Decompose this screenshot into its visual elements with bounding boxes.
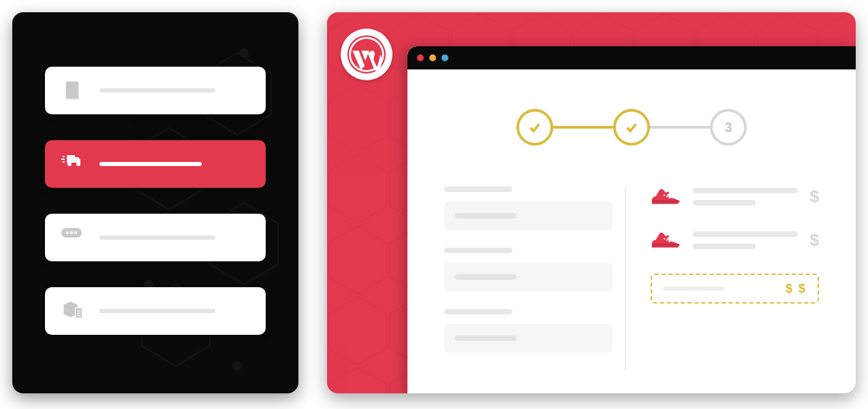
placeholder-line xyxy=(99,309,215,313)
svg-point-22 xyxy=(664,238,665,240)
sidebar-menu xyxy=(12,12,298,335)
field-label xyxy=(444,248,512,253)
total-price: $ $ xyxy=(786,282,807,296)
svg-point-24 xyxy=(668,240,670,242)
fast-delivery-icon xyxy=(61,153,83,175)
svg-point-21 xyxy=(668,197,670,198)
progress-stepper: 3 xyxy=(444,109,819,146)
cart-total: $ $ xyxy=(651,274,819,304)
check-icon xyxy=(624,120,639,135)
form-input-2[interactable] xyxy=(444,263,613,291)
window-titlebar xyxy=(407,46,856,69)
svg-point-10 xyxy=(74,231,77,234)
cart-item: $ xyxy=(651,230,819,250)
item-price: $ xyxy=(810,187,819,206)
sidebar-item-receipt[interactable] xyxy=(45,67,266,114)
step-2[interactable] xyxy=(613,109,650,146)
receipt-icon xyxy=(61,80,83,101)
item-price: $ xyxy=(810,231,819,250)
traffic-light-zoom-icon[interactable] xyxy=(441,54,448,61)
cart-column: $ $ xyxy=(625,186,819,370)
svg-rect-11 xyxy=(76,308,82,318)
placeholder-line xyxy=(693,200,756,206)
svg-point-5 xyxy=(233,362,241,370)
svg-point-23 xyxy=(666,239,668,240)
field-label xyxy=(444,309,512,314)
svg-point-19 xyxy=(664,195,665,196)
form-input-3[interactable] xyxy=(444,324,613,353)
browser-window: 3 xyxy=(407,46,856,393)
placeholder-line xyxy=(693,188,798,193)
sidebar-item-shipping[interactable] xyxy=(45,140,266,188)
chat-icon xyxy=(61,227,83,248)
step-connector xyxy=(650,126,710,129)
sidebar-item-chat[interactable] xyxy=(45,214,266,261)
form-input-1[interactable] xyxy=(444,201,613,230)
step-3-label: 3 xyxy=(724,120,732,135)
inventory-icon xyxy=(61,300,83,322)
sneaker-icon xyxy=(651,230,681,250)
left-panel xyxy=(12,12,298,393)
placeholder-line xyxy=(693,231,798,237)
svg-point-9 xyxy=(70,231,73,234)
sneaker-icon xyxy=(651,186,681,207)
check-icon xyxy=(527,120,542,135)
right-panel: 3 xyxy=(327,12,856,393)
step-connector xyxy=(553,126,613,129)
sidebar-item-inventory[interactable] xyxy=(45,287,266,335)
form-column xyxy=(444,186,613,370)
placeholder-line xyxy=(99,88,215,93)
checkout-page: 3 xyxy=(407,69,856,370)
placeholder-line xyxy=(693,244,756,249)
traffic-light-close-icon[interactable] xyxy=(417,54,424,61)
traffic-light-minimize-icon[interactable] xyxy=(429,54,436,61)
svg-point-20 xyxy=(666,195,668,197)
step-3[interactable]: 3 xyxy=(710,109,747,146)
step-1[interactable] xyxy=(516,109,553,146)
field-label xyxy=(444,186,512,192)
cart-item: $ xyxy=(651,186,819,207)
placeholder-line xyxy=(99,162,202,166)
wordpress-logo xyxy=(341,29,392,80)
placeholder-line xyxy=(663,287,724,291)
svg-point-8 xyxy=(66,231,69,234)
placeholder-line xyxy=(99,235,215,240)
